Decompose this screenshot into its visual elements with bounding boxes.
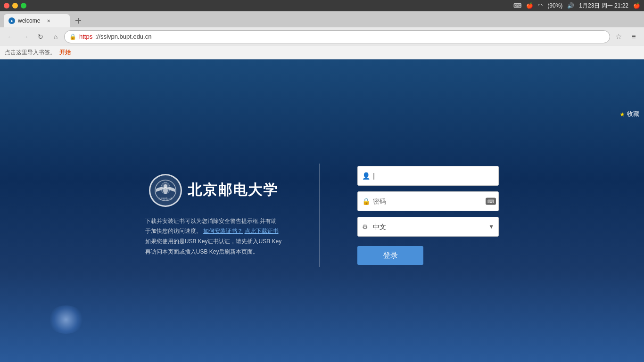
star-icon: ★ bbox=[619, 111, 625, 118]
tab-favicon: ● bbox=[8, 17, 15, 24]
apple-icon: 🍎 bbox=[526, 2, 533, 9]
browser-tab-active[interactable]: ● welcome ✕ bbox=[4, 14, 70, 27]
svg-text:北京邮电大学: 北京邮电大学 bbox=[158, 197, 173, 200]
browser-menu-button[interactable]: ≡ bbox=[627, 30, 640, 43]
forward-button[interactable]: → bbox=[19, 30, 32, 43]
os-menubar: ⌨ 🍎 ◜◝ (90%) 🔊 1月23日 周一 21:22 🍎 bbox=[0, 0, 644, 11]
security-lock-icon: 🔒 bbox=[69, 33, 76, 40]
user-icon: 👤 bbox=[362, 172, 370, 180]
os-menubar-right: ⌨ 🍎 ◜◝ (90%) 🔊 1月23日 周一 21:22 🍎 bbox=[513, 2, 640, 10]
refresh-button[interactable]: ↻ bbox=[34, 30, 47, 43]
close-btn[interactable] bbox=[4, 3, 9, 8]
username-input[interactable] bbox=[357, 166, 499, 186]
svg-point-4 bbox=[163, 187, 168, 194]
decorative-orb bbox=[47, 305, 85, 334]
info-line1: 下载并安装证书可以为您消除安全警告提示框,并有助 bbox=[145, 218, 277, 224]
home-button[interactable]: ⌂ bbox=[49, 30, 62, 43]
traffic-lights bbox=[4, 3, 26, 8]
username-wrap: 👤 bbox=[357, 166, 499, 186]
browser: ● welcome ✕ ← → ↻ ⌂ 🔒 https ://sslvpn.bu… bbox=[0, 11, 644, 362]
battery-status: (90%) bbox=[547, 2, 562, 9]
password-input[interactable] bbox=[357, 191, 499, 211]
virtual-keyboard-icon[interactable]: ⌨ bbox=[486, 198, 496, 205]
maximize-btn[interactable] bbox=[21, 3, 26, 8]
address-https: https bbox=[79, 33, 92, 40]
address-bar[interactable]: 🔒 https ://sslvpn.bupt.edu.cn bbox=[64, 30, 610, 43]
svg-rect-1 bbox=[75, 20, 81, 21]
install-cert-link[interactable]: 如何安装证书？ bbox=[203, 228, 243, 234]
login-form: 👤 🔒 ⌨ ⚙ 中文 English ▼ bbox=[357, 166, 499, 265]
bookmark-star-button[interactable]: ☆ bbox=[612, 30, 625, 43]
globe-icon: ⚙ bbox=[362, 223, 368, 230]
favorites-bar[interactable]: ★ 收藏 bbox=[619, 110, 639, 118]
info-line2: 于加快您的访问速度。 bbox=[145, 228, 202, 234]
svg-point-5 bbox=[164, 184, 167, 188]
browser-tabbar: ● welcome ✕ bbox=[0, 11, 644, 27]
tab-title: welcome bbox=[18, 17, 40, 24]
info-text: 下载并安装证书可以为您消除安全警告提示框,并有助 于加快您的访问速度。 如何安装… bbox=[145, 216, 281, 257]
lock-icon: 🔒 bbox=[362, 197, 370, 205]
back-button[interactable]: ← bbox=[4, 30, 17, 43]
university-logo: 北京邮电大学 北京邮电大学 bbox=[149, 174, 278, 207]
bookmark-bar: 点击这里导入书签。 开始 bbox=[0, 46, 644, 59]
bookmark-start-link[interactable]: 开始 bbox=[59, 49, 71, 57]
tab-close-button[interactable]: ✕ bbox=[45, 17, 52, 25]
login-divider bbox=[319, 164, 320, 267]
os-menubar-left bbox=[4, 3, 26, 8]
wifi-icon: ◜◝ bbox=[538, 2, 543, 9]
favorites-label: 收藏 bbox=[627, 110, 639, 118]
info-line4: 再访问本页面或插入USB Key后刷新本页面。 bbox=[145, 248, 259, 255]
language-select[interactable]: 中文 English bbox=[357, 217, 499, 237]
datetime: 1月23日 周一 21:22 bbox=[579, 2, 628, 10]
apple-logo: 🍎 bbox=[633, 2, 640, 9]
new-tab-button[interactable] bbox=[72, 14, 85, 27]
download-cert-link[interactable]: 点此下载证书 bbox=[245, 228, 279, 234]
keyboard-icon: ⌨ bbox=[513, 2, 521, 9]
browser-content: ★ 收藏 bbox=[0, 59, 644, 362]
login-container: 北京邮电大学 北京邮电大学 下载并安装证书可以为您消除安全警告提示框,并有助 于… bbox=[145, 164, 499, 267]
password-wrap: 🔒 ⌨ bbox=[357, 191, 499, 211]
login-button[interactable]: 登录 bbox=[357, 246, 423, 265]
university-name-text: 北京邮电大学 bbox=[188, 181, 278, 200]
logo-circle: 北京邮电大学 bbox=[149, 174, 182, 207]
browser-toolbar: ← → ↻ ⌂ 🔒 https ://sslvpn.bupt.edu.cn ☆ … bbox=[0, 27, 644, 46]
logo-section: 北京邮电大学 北京邮电大学 下载并安装证书可以为您消除安全警告提示框,并有助 于… bbox=[145, 174, 281, 257]
language-select-wrap: ⚙ 中文 English ▼ bbox=[357, 217, 499, 237]
bookmark-import-text: 点击这里导入书签。 bbox=[5, 49, 56, 57]
info-line3: 如果您使用的是USB Key证书认证，请先插入USB Key bbox=[145, 238, 281, 245]
volume-icon: 🔊 bbox=[567, 2, 574, 9]
address-domain: ://sslvpn.bupt.edu.cn bbox=[95, 33, 151, 40]
minimize-btn[interactable] bbox=[12, 3, 18, 8]
